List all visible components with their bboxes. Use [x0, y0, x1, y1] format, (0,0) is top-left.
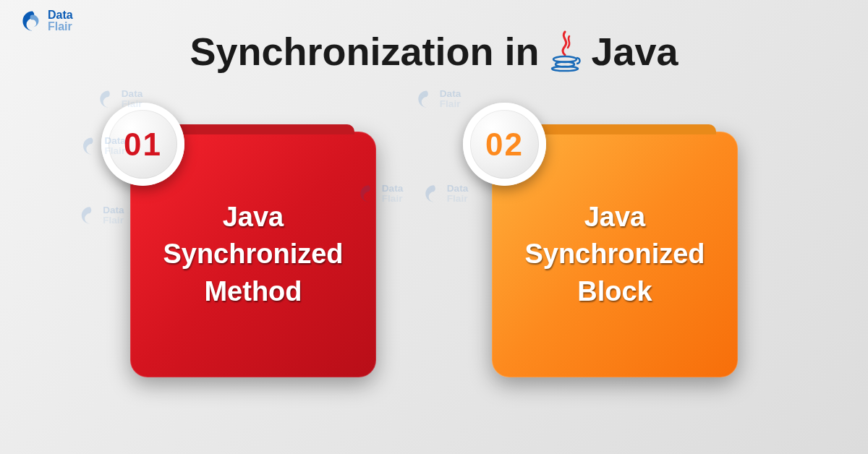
brand-logo: Data Flair	[20, 9, 73, 33]
logo-icon	[20, 9, 45, 33]
logo-text: Data Flair	[48, 9, 73, 33]
logo-word-data: Data	[48, 9, 73, 21]
watermark-icon: DataFlair	[80, 40, 751, 390]
logo-word-flair: Flair	[48, 21, 73, 33]
